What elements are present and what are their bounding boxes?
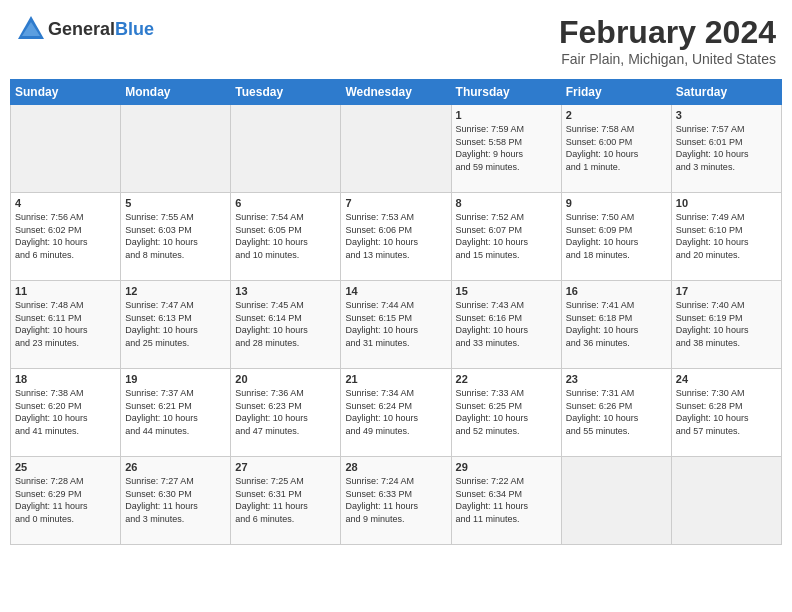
day-number: 1: [456, 109, 557, 121]
calendar-cell: [11, 105, 121, 193]
header-cell-tuesday: Tuesday: [231, 80, 341, 105]
page-header: GeneralBlue February 2024 Fair Plain, Mi…: [10, 10, 782, 71]
calendar-body: 1Sunrise: 7:59 AM Sunset: 5:58 PM Daylig…: [11, 105, 782, 545]
logo-icon: [16, 14, 46, 44]
calendar-cell: 26Sunrise: 7:27 AM Sunset: 6:30 PM Dayli…: [121, 457, 231, 545]
calendar-cell: 17Sunrise: 7:40 AM Sunset: 6:19 PM Dayli…: [671, 281, 781, 369]
day-info: Sunrise: 7:25 AM Sunset: 6:31 PM Dayligh…: [235, 475, 336, 525]
calendar-cell: 19Sunrise: 7:37 AM Sunset: 6:21 PM Dayli…: [121, 369, 231, 457]
calendar-cell: 20Sunrise: 7:36 AM Sunset: 6:23 PM Dayli…: [231, 369, 341, 457]
calendar-cell: 21Sunrise: 7:34 AM Sunset: 6:24 PM Dayli…: [341, 369, 451, 457]
calendar-cell: 4Sunrise: 7:56 AM Sunset: 6:02 PM Daylig…: [11, 193, 121, 281]
logo-blue-text: Blue: [115, 19, 154, 39]
calendar-week-5: 25Sunrise: 7:28 AM Sunset: 6:29 PM Dayli…: [11, 457, 782, 545]
day-number: 7: [345, 197, 446, 209]
calendar-table: SundayMondayTuesdayWednesdayThursdayFrid…: [10, 79, 782, 545]
header-cell-friday: Friday: [561, 80, 671, 105]
day-number: 10: [676, 197, 777, 209]
day-info: Sunrise: 7:31 AM Sunset: 6:26 PM Dayligh…: [566, 387, 667, 437]
calendar-cell: [121, 105, 231, 193]
day-number: 15: [456, 285, 557, 297]
day-number: 3: [676, 109, 777, 121]
day-info: Sunrise: 7:33 AM Sunset: 6:25 PM Dayligh…: [456, 387, 557, 437]
day-info: Sunrise: 7:44 AM Sunset: 6:15 PM Dayligh…: [345, 299, 446, 349]
day-number: 22: [456, 373, 557, 385]
day-number: 11: [15, 285, 116, 297]
calendar-cell: 2Sunrise: 7:58 AM Sunset: 6:00 PM Daylig…: [561, 105, 671, 193]
month-title: February 2024: [559, 14, 776, 51]
day-number: 27: [235, 461, 336, 473]
day-info: Sunrise: 7:55 AM Sunset: 6:03 PM Dayligh…: [125, 211, 226, 261]
calendar-cell: 16Sunrise: 7:41 AM Sunset: 6:18 PM Dayli…: [561, 281, 671, 369]
day-info: Sunrise: 7:54 AM Sunset: 6:05 PM Dayligh…: [235, 211, 336, 261]
calendar-cell: 15Sunrise: 7:43 AM Sunset: 6:16 PM Dayli…: [451, 281, 561, 369]
calendar-cell: 13Sunrise: 7:45 AM Sunset: 6:14 PM Dayli…: [231, 281, 341, 369]
calendar-cell: 28Sunrise: 7:24 AM Sunset: 6:33 PM Dayli…: [341, 457, 451, 545]
day-number: 29: [456, 461, 557, 473]
day-info: Sunrise: 7:27 AM Sunset: 6:30 PM Dayligh…: [125, 475, 226, 525]
calendar-cell: 27Sunrise: 7:25 AM Sunset: 6:31 PM Dayli…: [231, 457, 341, 545]
day-info: Sunrise: 7:24 AM Sunset: 6:33 PM Dayligh…: [345, 475, 446, 525]
day-number: 18: [15, 373, 116, 385]
day-number: 20: [235, 373, 336, 385]
calendar-cell: [231, 105, 341, 193]
calendar-cell: 6Sunrise: 7:54 AM Sunset: 6:05 PM Daylig…: [231, 193, 341, 281]
day-info: Sunrise: 7:50 AM Sunset: 6:09 PM Dayligh…: [566, 211, 667, 261]
day-number: 23: [566, 373, 667, 385]
calendar-week-3: 11Sunrise: 7:48 AM Sunset: 6:11 PM Dayli…: [11, 281, 782, 369]
day-info: Sunrise: 7:48 AM Sunset: 6:11 PM Dayligh…: [15, 299, 116, 349]
day-number: 25: [15, 461, 116, 473]
day-info: Sunrise: 7:45 AM Sunset: 6:14 PM Dayligh…: [235, 299, 336, 349]
day-number: 8: [456, 197, 557, 209]
calendar-cell: 24Sunrise: 7:30 AM Sunset: 6:28 PM Dayli…: [671, 369, 781, 457]
calendar-header: SundayMondayTuesdayWednesdayThursdayFrid…: [11, 80, 782, 105]
day-info: Sunrise: 7:37 AM Sunset: 6:21 PM Dayligh…: [125, 387, 226, 437]
day-number: 4: [15, 197, 116, 209]
day-number: 28: [345, 461, 446, 473]
calendar-cell: 7Sunrise: 7:53 AM Sunset: 6:06 PM Daylig…: [341, 193, 451, 281]
calendar-cell: 25Sunrise: 7:28 AM Sunset: 6:29 PM Dayli…: [11, 457, 121, 545]
header-cell-monday: Monday: [121, 80, 231, 105]
day-info: Sunrise: 7:36 AM Sunset: 6:23 PM Dayligh…: [235, 387, 336, 437]
day-number: 21: [345, 373, 446, 385]
calendar-cell: 8Sunrise: 7:52 AM Sunset: 6:07 PM Daylig…: [451, 193, 561, 281]
day-number: 17: [676, 285, 777, 297]
calendar-cell: 18Sunrise: 7:38 AM Sunset: 6:20 PM Dayli…: [11, 369, 121, 457]
day-info: Sunrise: 7:28 AM Sunset: 6:29 PM Dayligh…: [15, 475, 116, 525]
calendar-cell: [341, 105, 451, 193]
day-info: Sunrise: 7:43 AM Sunset: 6:16 PM Dayligh…: [456, 299, 557, 349]
day-number: 12: [125, 285, 226, 297]
day-info: Sunrise: 7:47 AM Sunset: 6:13 PM Dayligh…: [125, 299, 226, 349]
day-number: 24: [676, 373, 777, 385]
day-info: Sunrise: 7:38 AM Sunset: 6:20 PM Dayligh…: [15, 387, 116, 437]
calendar-cell: [561, 457, 671, 545]
title-block: February 2024 Fair Plain, Michigan, Unit…: [559, 14, 776, 67]
calendar-week-1: 1Sunrise: 7:59 AM Sunset: 5:58 PM Daylig…: [11, 105, 782, 193]
day-info: Sunrise: 7:58 AM Sunset: 6:00 PM Dayligh…: [566, 123, 667, 173]
header-cell-wednesday: Wednesday: [341, 80, 451, 105]
calendar-cell: 11Sunrise: 7:48 AM Sunset: 6:11 PM Dayli…: [11, 281, 121, 369]
header-cell-sunday: Sunday: [11, 80, 121, 105]
logo-general-text: General: [48, 19, 115, 39]
header-row: SundayMondayTuesdayWednesdayThursdayFrid…: [11, 80, 782, 105]
day-info: Sunrise: 7:49 AM Sunset: 6:10 PM Dayligh…: [676, 211, 777, 261]
calendar-cell: [671, 457, 781, 545]
day-number: 26: [125, 461, 226, 473]
calendar-cell: 1Sunrise: 7:59 AM Sunset: 5:58 PM Daylig…: [451, 105, 561, 193]
day-number: 14: [345, 285, 446, 297]
day-number: 5: [125, 197, 226, 209]
day-info: Sunrise: 7:56 AM Sunset: 6:02 PM Dayligh…: [15, 211, 116, 261]
day-info: Sunrise: 7:41 AM Sunset: 6:18 PM Dayligh…: [566, 299, 667, 349]
location-title: Fair Plain, Michigan, United States: [559, 51, 776, 67]
day-number: 9: [566, 197, 667, 209]
header-cell-saturday: Saturday: [671, 80, 781, 105]
calendar-week-2: 4Sunrise: 7:56 AM Sunset: 6:02 PM Daylig…: [11, 193, 782, 281]
calendar-cell: 3Sunrise: 7:57 AM Sunset: 6:01 PM Daylig…: [671, 105, 781, 193]
calendar-cell: 29Sunrise: 7:22 AM Sunset: 6:34 PM Dayli…: [451, 457, 561, 545]
calendar-cell: 10Sunrise: 7:49 AM Sunset: 6:10 PM Dayli…: [671, 193, 781, 281]
day-info: Sunrise: 7:34 AM Sunset: 6:24 PM Dayligh…: [345, 387, 446, 437]
calendar-cell: 14Sunrise: 7:44 AM Sunset: 6:15 PM Dayli…: [341, 281, 451, 369]
day-number: 2: [566, 109, 667, 121]
day-info: Sunrise: 7:52 AM Sunset: 6:07 PM Dayligh…: [456, 211, 557, 261]
calendar-cell: 5Sunrise: 7:55 AM Sunset: 6:03 PM Daylig…: [121, 193, 231, 281]
